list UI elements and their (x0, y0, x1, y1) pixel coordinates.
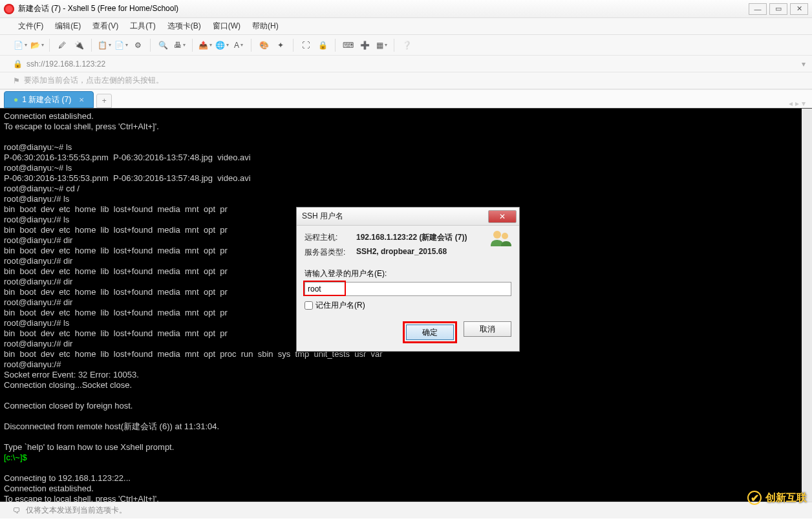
properties-icon[interactable]: ⚙ (131, 38, 145, 52)
shell-prompt: [c:\~]$ (4, 453, 29, 462)
lock-small-icon: 🔒 (13, 59, 23, 69)
arrow-flag-icon: ⚑ (13, 76, 20, 85)
remember-label: 记住用户名(R) (315, 300, 365, 311)
address-url[interactable]: ssh://192.168.1.123:22 (27, 59, 105, 69)
color-icon[interactable]: 🎨 (257, 38, 271, 52)
ssh-username-dialog: SSH 用户名 ✕ 远程主机: 192.168.1.123:22 (新建会话 (… (296, 207, 520, 352)
transfer-icon[interactable]: 📤 (198, 38, 212, 52)
add-tab-button[interactable]: + (96, 94, 112, 108)
window-title: 新建会话 (7) - Xshell 5 (Free for Home/Schoo… (18, 3, 749, 14)
menu-view[interactable]: 查看(V) (87, 18, 123, 34)
tab-status-icon: ● (14, 95, 18, 104)
session-tab[interactable]: ● 1 新建会话 (7) ✕ (4, 91, 94, 108)
remember-username-checkbox[interactable]: 记住用户名(R) (304, 300, 511, 311)
username-prompt: 请输入登录的用户名(E): (304, 268, 511, 279)
separator (293, 39, 294, 52)
menu-tools[interactable]: 工具(T) (125, 18, 160, 34)
menu-help[interactable]: 帮助(H) (247, 18, 284, 34)
new-session-icon[interactable]: 📄 (13, 38, 27, 52)
cancel-button[interactable]: 取消 (464, 321, 511, 337)
layout-icon[interactable]: ▦ (374, 38, 389, 52)
app-logo-icon (4, 4, 14, 14)
menu-tabs[interactable]: 选项卡(B) (162, 18, 206, 34)
remember-checkbox-input[interactable] (304, 301, 313, 310)
server-type-label: 服务器类型: (304, 247, 356, 258)
dialog-titlebar[interactable]: SSH 用户名 ✕ (297, 208, 519, 226)
separator (335, 39, 336, 52)
server-type-value: SSH2, dropbear_2015.68 (356, 247, 511, 258)
hint-bar: ⚑ 要添加当前会话，点击左侧的箭头按钮。 (0, 72, 812, 89)
menu-bar: 文件(F) 编辑(E) 查看(V) 工具(T) 选项卡(B) 窗口(W) 帮助(… (0, 18, 812, 35)
lock-icon[interactable]: 🔒 (315, 38, 330, 52)
menu-edit[interactable]: 编辑(E) (50, 18, 86, 34)
status-bar: 🗨 仅将文本发送到当前选项卡。 (0, 502, 812, 518)
font-icon[interactable]: A (231, 38, 246, 52)
open-folder-icon[interactable]: 📂 (30, 38, 44, 52)
address-bar: 🔒 ssh://192.168.1.123:22 ▾ (0, 56, 812, 72)
svg-point-0 (493, 231, 501, 239)
tab-nav-right-icon[interactable]: ▸ (795, 99, 799, 108)
users-icon (489, 228, 513, 248)
keyboard-icon[interactable]: ⌨ (341, 38, 355, 52)
toolbar: 📄 📂 🖉 🔌 📋 📄 ⚙ 🔍 🖶 📤 🌐 A 🎨 ✦ ⛶ 🔒 ⌨ ➕ ▦ ❔ (0, 35, 812, 56)
tab-label: 1 新建会话 (7) (22, 94, 71, 105)
add-icon[interactable]: ➕ (358, 38, 372, 52)
print-icon[interactable]: 🖶 (173, 38, 187, 52)
remote-host-value: 192.168.1.123:22 (新建会话 (7)) (356, 232, 511, 243)
tab-menu-icon[interactable]: ▾ (802, 99, 806, 108)
paste-icon[interactable]: 📄 (114, 38, 128, 52)
scrollbar-thumb[interactable] (803, 109, 811, 186)
status-text: 仅将文本发送到当前选项卡。 (26, 505, 127, 516)
username-input[interactable] (304, 282, 511, 296)
globe-icon[interactable]: 🌐 (215, 38, 229, 52)
maximize-button[interactable]: ▭ (769, 3, 787, 15)
title-bar: 新建会话 (7) - Xshell 5 (Free for Home/Schoo… (0, 0, 812, 18)
reconnect-icon[interactable]: 🖉 (55, 38, 69, 52)
menu-file[interactable]: 文件(F) (13, 18, 48, 34)
help-icon[interactable]: ❔ (400, 38, 414, 52)
tab-close-icon[interactable]: ✕ (79, 96, 84, 103)
status-icon: 🗨 (13, 506, 21, 515)
separator (394, 39, 394, 52)
watermark-icon: ✔ (747, 491, 762, 505)
minimize-button[interactable]: — (749, 3, 767, 15)
highlight-icon[interactable]: ✦ (273, 38, 288, 52)
svg-point-1 (502, 233, 508, 239)
tab-nav-left-icon[interactable]: ◂ (789, 99, 793, 108)
disconnect-icon[interactable]: 🔌 (72, 38, 86, 52)
hint-text: 要添加当前会话，点击左侧的箭头按钮。 (24, 75, 164, 86)
address-dropdown-icon[interactable]: ▾ (802, 59, 806, 69)
dialog-title: SSH 用户名 (302, 211, 488, 222)
separator (251, 39, 251, 52)
separator (192, 39, 193, 52)
watermark: ✔ 创新互联 (747, 491, 807, 505)
fullscreen-icon[interactable]: ⛶ (299, 38, 313, 52)
separator (91, 39, 92, 52)
separator (150, 39, 151, 52)
close-window-button[interactable]: ✕ (790, 3, 808, 15)
ok-highlight: 确定 (403, 321, 457, 343)
search-icon[interactable]: 🔍 (156, 38, 170, 52)
copy-icon[interactable]: 📋 (97, 38, 111, 52)
separator (49, 39, 50, 52)
menu-window[interactable]: 窗口(W) (208, 18, 246, 34)
ok-button[interactable]: 确定 (406, 325, 454, 340)
remote-host-label: 远程主机: (304, 232, 356, 243)
watermark-text: 创新互联 (765, 491, 807, 505)
tab-strip: ● 1 新建会话 (7) ✕ + ◂ ▸ ▾ (0, 89, 812, 109)
dialog-close-button[interactable]: ✕ (488, 210, 517, 223)
